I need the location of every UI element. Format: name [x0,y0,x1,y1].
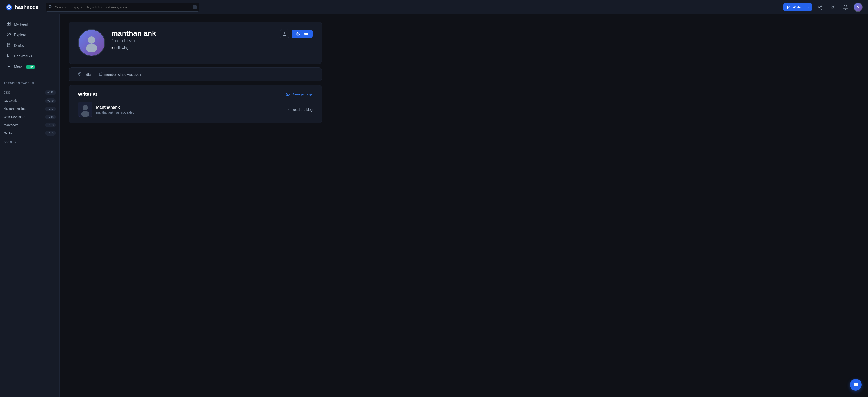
trending-arrow-icon [31,82,35,85]
svg-line-8 [819,6,821,7]
svg-rect-20 [9,24,10,25]
new-badge: NEW [26,65,35,69]
explore-icon [6,32,11,37]
profile-member-since: Member Since Apr, 2021 [99,72,142,77]
member-since-text: Member Since Apr, 2021 [104,73,142,77]
my-feed-label: My Feed [14,22,28,26]
writes-at-card: Writes at Manage blogs [69,85,322,123]
svg-point-22 [7,33,11,36]
trending-tag-github[interactable]: GitHub +159 [4,129,56,137]
chat-button[interactable] [850,379,862,391]
calendar-icon [99,72,103,77]
blog-item: Manthanank manthanank.hashnode.dev Read … [78,102,313,117]
write-label: Write [793,5,801,9]
svg-point-5 [818,6,819,8]
blog-name: Manthanank [96,105,283,110]
sidebar-item-explore[interactable]: Explore [3,30,57,40]
share-button[interactable] [280,29,289,38]
blog-info: Manthanank manthanank.hashnode.dev [96,105,283,114]
sidebar-item-bookmarks[interactable]: Bookmarks [3,51,57,61]
gear-icon [286,92,289,96]
my-feed-icon [6,22,11,27]
svg-line-17 [834,5,834,6]
sidebar-item-more[interactable]: More NEW [3,61,57,72]
bookmarks-label: Bookmarks [14,54,32,58]
read-blog-label: Read the blog [291,108,313,112]
profile-following: 5 Following [112,46,274,50]
tag-name: #iNeuron #Hite... [4,107,27,111]
more-icon [6,64,11,69]
svg-point-37 [83,105,88,110]
see-all-chevron-icon [14,140,18,143]
svg-rect-31 [99,73,102,76]
header: hashnode / Write [0,0,868,15]
notifications-button[interactable] [841,3,850,12]
bookmarks-icon [6,54,11,59]
trending-tag-css[interactable]: CSS +333 [4,88,56,96]
sidebar: My Feed Explore [0,15,60,397]
following-label: Following [114,46,129,50]
logo[interactable]: hashnode [5,4,38,11]
svg-line-7 [819,7,821,8]
search-slash-key: / [193,5,197,9]
trending-tag-markdown[interactable]: markdown +198 [4,121,56,129]
svg-point-9 [832,6,834,8]
following-count: 5 [112,46,113,50]
drafts-label: Drafts [14,44,24,48]
svg-point-4 [821,5,822,6]
external-link-icon [286,108,290,111]
profile-actions: Edit [280,29,313,38]
tag-name: Web Developm... [4,115,28,119]
profile-avatar [78,29,105,56]
tag-name: markdown [4,123,18,127]
trending-tag-ineuron[interactable]: #iNeuron #Hite... +243 [4,105,56,113]
sidebar-nav: My Feed Explore [0,19,59,72]
write-button[interactable]: Write [783,3,812,11]
user-avatar[interactable]: M [854,3,863,12]
tag-count: +218 [45,115,56,119]
blog-url: manthanank.hashnode.dev [96,111,283,114]
theme-toggle-button[interactable] [828,3,837,12]
location-text: India [84,73,91,77]
profile-header: manthan ank frontend developer 5 Followi… [78,29,313,56]
writes-at-title: Writes at [78,92,97,97]
search-input[interactable] [46,3,199,11]
svg-line-39 [287,109,289,110]
tag-count: +249 [45,98,56,103]
profile-name: manthan ank [112,29,274,37]
trending-tag-javascript[interactable]: JavaScript +249 [4,96,56,105]
logo-text: hashnode [15,4,38,10]
svg-marker-23 [8,34,9,35]
read-blog-button[interactable]: Read the blog [286,108,313,112]
search-icon [49,5,52,9]
see-all-button[interactable]: See all [4,138,56,145]
sidebar-item-my-feed[interactable]: My Feed [3,19,57,30]
edit-pen-icon [296,32,300,35]
tag-name: CSS [4,91,10,94]
tag-name: GitHub [4,132,13,135]
profile-card: manthan ank frontend developer 5 Followi… [69,22,322,64]
svg-point-30 [79,73,80,74]
svg-point-27 [88,36,95,44]
manage-blogs-button[interactable]: Manage blogs [286,92,313,96]
trending-label: Trending tags [4,81,30,85]
tag-count: +243 [45,107,56,111]
search-bar: / [46,3,199,11]
blog-thumbnail [78,102,92,117]
header-actions: Write [783,3,863,12]
writes-at-header: Writes at Manage blogs [78,92,313,97]
manage-blogs-label: Manage blogs [291,92,313,96]
write-pen-icon [787,5,791,9]
svg-rect-21 [7,24,8,25]
more-label: More [14,65,22,69]
write-btn-dropdown[interactable] [805,3,812,11]
trending-tag-webdev[interactable]: Web Developm... +218 [4,113,56,121]
avatar-placeholder: M [854,3,862,11]
edit-profile-button[interactable]: Edit [292,30,313,38]
sidebar-item-drafts[interactable]: Drafts [3,40,57,51]
trending-header: Trending tags [4,81,56,85]
drafts-icon [6,43,11,48]
network-icon-button[interactable] [815,3,825,12]
tag-name: JavaScript [4,99,18,103]
edit-label: Edit [302,32,308,36]
